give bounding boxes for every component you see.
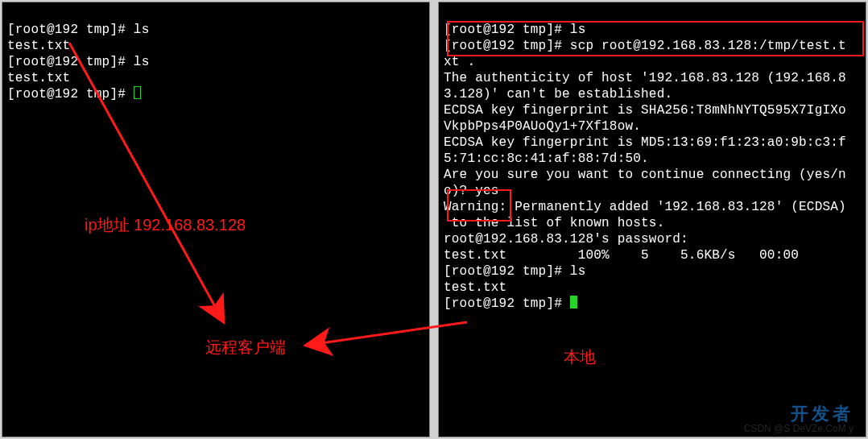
- term-line: root@192.168.83.128's password:: [444, 232, 688, 246]
- term-line: [root@192 tmp]#: [7, 87, 134, 101]
- term-line: test.txt 100% 5 5.6KB/s 00:00: [444, 248, 799, 263]
- cursor-icon: [134, 86, 141, 99]
- term-line: ECDSA key fingerprint is MD5:13:69:f1:23…: [444, 135, 846, 150]
- term-line: The authenticity of host '192.168.83.128…: [444, 71, 846, 85]
- term-line: 5:71:cc:8c:41:af:88:7d:50.: [444, 151, 649, 166]
- term-line: test.txt: [7, 71, 70, 85]
- term-line: xt .: [444, 55, 475, 69]
- term-line: Warning: Permanently added '192.168.83.1…: [444, 200, 846, 214]
- terminal-left-content: [root@192 tmp]# ls test.txt [root@192 tm…: [2, 2, 429, 122]
- term-line: test.txt: [7, 39, 70, 53]
- term-line: [root@192 tmp]# ls: [7, 55, 149, 69]
- term-line: ECDSA key fingerprint is SHA256:T8mNhNYT…: [444, 103, 846, 118]
- term-line: [root@192 tmp]# ls: [7, 23, 149, 37]
- terminal-right-content: [root@192 tmp]# ls [root@192 tmp]# scp r…: [439, 2, 866, 331]
- cursor-icon: [570, 296, 577, 309]
- term-line: [root@192 tmp]# ls: [444, 264, 585, 279]
- terminal-left[interactable]: [root@192 tmp]# ls test.txt [root@192 tm…: [2, 2, 430, 437]
- term-line: test.txt: [444, 280, 506, 295]
- terminal-right[interactable]: [root@192 tmp]# ls [root@192 tmp]# scp r…: [438, 2, 866, 437]
- term-line: 3.128)' can't be established.: [444, 87, 672, 101]
- term-line: VkpbPps4P0AUoQy1+7Xf18ow.: [444, 119, 641, 134]
- term-line: [root@192 tmp]# scp root@192.168.83.128:…: [444, 39, 846, 53]
- term-line: o)? yes: [444, 184, 499, 198]
- term-line: to the list of known hosts.: [444, 216, 664, 230]
- term-line: [root@192 tmp]#: [444, 296, 570, 311]
- term-line: [root@192 tmp]# ls: [444, 23, 585, 37]
- term-line: Are you sure you want to continue connec…: [444, 168, 846, 182]
